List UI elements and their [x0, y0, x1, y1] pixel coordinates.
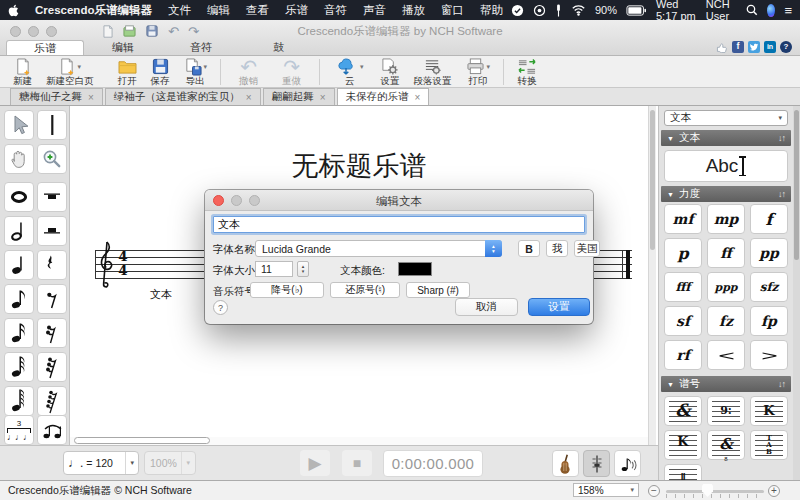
toolbar-open-button[interactable]: 打开	[111, 56, 144, 88]
eighth-note-button[interactable]	[4, 284, 34, 314]
sharp-symbol-button[interactable]: Sharp (#)	[406, 282, 470, 298]
zoom-in-button[interactable]: +	[768, 485, 780, 497]
toolbar-new-blank-page-button[interactable]: ▾ 新建空白页	[39, 56, 101, 88]
instrument-button[interactable]	[552, 450, 579, 477]
section-header-text[interactable]: ▼ 文本 ↓↑	[661, 130, 791, 146]
menu-sound[interactable]: 声音	[355, 3, 394, 18]
canvas-horizontal-scrollbar[interactable]	[70, 437, 648, 445]
swirl-status-icon[interactable]	[533, 4, 546, 17]
diminuendo-hairpin-button[interactable]: >	[750, 340, 788, 370]
zoom-level-select[interactable]: 158% ▾	[573, 483, 639, 497]
dynamic-fff-button[interactable]: fff	[664, 272, 702, 302]
sixteenth-rest-button[interactable]	[37, 318, 67, 348]
close-tab-icon[interactable]: ×	[415, 92, 421, 103]
toolbar-part-settings-button[interactable]: 段落设置	[407, 56, 459, 88]
menu-score[interactable]: 乐谱	[277, 3, 316, 18]
dropdown-caret-icon[interactable]: ▾	[204, 63, 208, 71]
checkmark-status-icon[interactable]	[511, 4, 524, 17]
thirty-second-note-button[interactable]	[4, 352, 34, 382]
italic-button[interactable]: 我	[546, 240, 568, 257]
flat-symbol-button[interactable]: 降号(♭)	[250, 282, 324, 298]
eighth-rest-button[interactable]	[37, 284, 67, 314]
help-badge-icon[interactable]: ?	[780, 41, 792, 53]
wifi-icon[interactable]	[571, 4, 586, 16]
text-color-swatch[interactable]	[398, 262, 432, 276]
quarter-rest-button[interactable]	[37, 250, 67, 280]
tempo-control[interactable]: ♩. = 120 ▾	[63, 451, 139, 475]
bold-button[interactable]: B	[518, 240, 540, 257]
doc-tab-2[interactable]: 绿袖子（这是谁家的宝贝）×	[105, 88, 261, 105]
dynamic-ppp-button[interactable]: ppp	[707, 272, 745, 302]
ribbon-tab-edit[interactable]: 编辑	[84, 40, 162, 55]
font-name-select[interactable]: Lucida Grande ▴ ▾	[255, 240, 502, 257]
close-tab-icon[interactable]: ×	[246, 92, 252, 103]
note-sound-button[interactable]	[614, 450, 641, 477]
playback-speed-control[interactable]: 100% ▾	[144, 451, 196, 475]
ribbon-tab-drums[interactable]: 鼓	[240, 40, 318, 55]
canvas-vertical-scrollbar[interactable]	[648, 106, 656, 445]
menu-user[interactable]: NCH User	[706, 0, 737, 22]
dropdown-caret-icon[interactable]: ▾	[487, 63, 491, 71]
barline-tool-button[interactable]	[37, 110, 67, 140]
reorder-arrows-icon[interactable]: ↓↑	[778, 379, 785, 389]
triplet-button[interactable]: 3♩♩♩	[4, 415, 34, 445]
notification-center-icon[interactable]: ≡	[784, 3, 792, 18]
sixty-fourth-note-button[interactable]	[4, 386, 34, 416]
mixer-button[interactable]	[583, 450, 610, 477]
section-header-clefs[interactable]: ▼ 谱号 ↓↑	[661, 376, 791, 392]
menu-app-name[interactable]: Crescendo乐谱编辑器	[27, 3, 160, 18]
font-size-input[interactable]: 11	[255, 261, 293, 277]
play-button[interactable]: ▶	[300, 450, 330, 476]
half-rest-button[interactable]	[37, 216, 67, 246]
cancel-button[interactable]: 取消	[455, 298, 518, 316]
dialog-help-button[interactable]: ?	[213, 300, 228, 315]
pan-tool-button[interactable]	[4, 144, 34, 174]
stepper-down-icon[interactable]: ▾	[302, 269, 305, 274]
half-note-button[interactable]	[4, 216, 34, 246]
dynamic-mp-button[interactable]: mp	[707, 204, 745, 234]
scrollbar-thumb[interactable]	[650, 110, 655, 250]
ribbon-tab-notes[interactable]: 音符	[162, 40, 240, 55]
score-title[interactable]: 无标题乐谱	[70, 148, 648, 184]
linkedin-icon[interactable]: in	[764, 41, 776, 53]
spotlight-search-icon[interactable]	[746, 4, 758, 16]
toolbar-redo-button[interactable]: ↷ 重做	[270, 56, 313, 88]
dialog-title-bar[interactable]: 编辑文本	[205, 190, 593, 211]
dynamic-fp-button[interactable]: fp	[750, 306, 788, 336]
menu-notes[interactable]: 音符	[316, 3, 355, 18]
tool-status-icon[interactable]	[555, 4, 562, 17]
whole-rest-button[interactable]	[37, 182, 67, 212]
font-size-stepper[interactable]: ▴ ▾	[297, 261, 309, 277]
zoom-tool-button[interactable]	[37, 144, 67, 174]
symbol-category-select[interactable]: 文本 ▾	[664, 110, 788, 126]
reorder-arrows-icon[interactable]: ↓↑	[778, 133, 785, 143]
insert-text-button[interactable]: Abc	[664, 150, 788, 182]
sixteenth-note-button[interactable]	[4, 318, 34, 348]
toolbar-print-button[interactable]: ▾ 打印	[459, 56, 498, 88]
speed-dropdown-caret-icon[interactable]: ▾	[181, 452, 190, 474]
siri-icon[interactable]	[767, 4, 775, 17]
toolbar-export-button[interactable]: ▾ 导出	[177, 56, 215, 88]
section-header-dynamics[interactable]: ▼ 力度 ↓↑	[661, 186, 791, 202]
natural-symbol-button[interactable]: 还原号(♮)	[330, 282, 400, 298]
crescendo-hairpin-button[interactable]: <	[707, 340, 745, 370]
reorder-arrows-icon[interactable]: ↓↑	[778, 189, 785, 199]
toolbar-save-button[interactable]: 保存	[144, 56, 177, 88]
apple-menu[interactable]	[0, 4, 27, 17]
zoom-slider-track[interactable]	[666, 490, 764, 493]
alto-clef-button[interactable]: K	[750, 396, 788, 426]
bass-clef-button[interactable]: 9:	[707, 396, 745, 426]
facebook-icon[interactable]: f	[732, 41, 744, 53]
treble-clef-button[interactable]: &	[664, 396, 702, 426]
text-input[interactable]	[213, 216, 585, 233]
dynamic-pp-button[interactable]: pp	[750, 238, 788, 268]
score-text-object[interactable]: 文本	[150, 287, 172, 302]
like-icon[interactable]	[715, 40, 728, 53]
tempo-dropdown-caret-icon[interactable]: ▾	[125, 452, 134, 474]
toolbar-settings-button[interactable]: 设置	[374, 56, 407, 88]
tenor-clef-button[interactable]: K	[664, 430, 702, 460]
time-signature[interactable]: 4 4	[117, 249, 129, 277]
close-tab-icon[interactable]: ×	[320, 92, 326, 103]
dynamic-sf-button[interactable]: sf	[664, 306, 702, 336]
stop-button[interactable]: ■	[342, 450, 372, 476]
